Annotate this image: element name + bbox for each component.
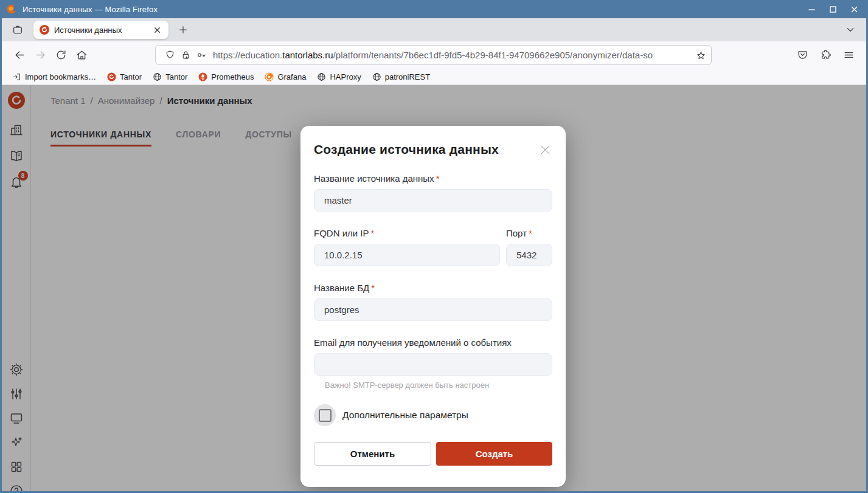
tab-bar: Источники данных — [2, 18, 866, 41]
grafana-icon — [265, 72, 274, 81]
extensions-icon[interactable] — [815, 45, 836, 66]
new-tab-button[interactable] — [173, 21, 193, 39]
url-scheme: https://education. — [213, 50, 282, 60]
modal-close-button[interactable] — [538, 142, 552, 157]
close-tab-button[interactable] — [150, 23, 164, 36]
firefox-window: Источники данных — Mozilla Firefox Источ… — [0, 0, 868, 493]
forward-button[interactable] — [30, 45, 50, 66]
shield-icon[interactable] — [162, 47, 178, 63]
menu-hamburger-icon[interactable] — [838, 45, 859, 66]
host-field-label: FQDN или IP* — [314, 228, 500, 238]
bookmark-tantor-1[interactable]: Tantor — [103, 71, 146, 83]
advanced-params-checkbox[interactable] — [314, 404, 336, 426]
email-input[interactable] — [314, 353, 552, 376]
import-icon — [12, 72, 21, 81]
advanced-params-label: Дополнительные параметры — [342, 410, 468, 421]
browser-tab[interactable]: Источники данных — [33, 21, 168, 39]
name-field-label: Название источника данных* — [314, 173, 552, 184]
maximize-button[interactable] — [829, 5, 837, 13]
name-input[interactable] — [314, 189, 552, 212]
list-all-tabs-button[interactable] — [841, 21, 860, 39]
back-button[interactable] — [9, 45, 30, 66]
url-bar[interactable]: https://education.tantorlabs.ru/platform… — [155, 45, 712, 65]
advanced-params-row: Дополнительные параметры — [314, 404, 552, 426]
globe-icon — [153, 72, 162, 81]
url-text: https://education.tantorlabs.ru/platform… — [213, 50, 653, 60]
url-domain: tantorlabs.ru — [282, 50, 333, 60]
window-title: Источники данных — Mozilla Firefox — [23, 5, 158, 14]
modal-title: Создание источника данных — [314, 142, 499, 157]
browser-chrome: Источники данных — [2, 18, 866, 491]
firefox-logo-icon — [6, 4, 17, 15]
required-asterisk: * — [436, 173, 440, 184]
required-asterisk: * — [529, 228, 532, 238]
bookmarks-toolbar: Import bookmarks… Tantor Tantor Promethe… — [2, 69, 866, 85]
reload-button[interactable] — [50, 45, 71, 66]
create-button[interactable]: Создать — [436, 442, 552, 466]
bookmark-patronirest[interactable]: patroniREST — [368, 71, 434, 83]
title-bar: Источники данных — Mozilla Firefox — [0, 0, 868, 18]
bookmark-prometheus[interactable]: Prometheus — [194, 71, 258, 83]
globe-icon — [372, 72, 381, 81]
cancel-button[interactable]: Отменить — [314, 442, 431, 466]
url-fade — [664, 46, 692, 64]
port-field-label: Порт* — [506, 228, 552, 238]
database-field-label: Название БД* — [314, 283, 552, 293]
lock-warning-icon[interactable] — [178, 47, 193, 63]
port-input[interactable] — [506, 244, 552, 266]
required-asterisk: * — [371, 228, 375, 238]
page-content: 8 — [2, 85, 866, 491]
checkbox-box — [319, 409, 332, 422]
bookmark-haproxy[interactable]: HAProxy — [313, 71, 365, 83]
key-icon — [193, 47, 209, 63]
pocket-icon[interactable] — [792, 45, 813, 66]
required-asterisk: * — [371, 283, 375, 293]
close-window-button[interactable] — [850, 5, 858, 13]
url-path: /platform/tenants/7b6ec1df-9fd5-4b29-84f… — [333, 50, 653, 60]
host-input[interactable] — [314, 244, 500, 266]
tantor-favicon-icon — [40, 25, 49, 35]
database-input[interactable] — [314, 298, 552, 321]
prometheus-icon — [198, 72, 207, 81]
tab-title: Источники данных — [54, 26, 150, 35]
tantor-icon — [107, 72, 116, 81]
minimize-button[interactable] — [808, 5, 816, 13]
bookmark-tantor-2[interactable]: Tantor — [148, 71, 192, 83]
firefox-view-button[interactable] — [8, 21, 27, 39]
smtp-helper-text: Важно! SMTP-сервер должен быть настроен — [325, 381, 552, 390]
bookmark-star-icon[interactable] — [693, 47, 709, 63]
create-datasource-modal: Создание источника данных Название источ… — [300, 126, 566, 487]
email-field-label: Email для получения уведомлений о событи… — [314, 337, 552, 348]
globe-icon — [317, 72, 326, 81]
bookmark-grafana[interactable]: Grafana — [260, 71, 310, 83]
home-button[interactable] — [71, 45, 92, 66]
navigation-toolbar: https://education.tantorlabs.ru/platform… — [2, 41, 866, 69]
bookmark-import[interactable]: Import bookmarks… — [8, 71, 100, 83]
